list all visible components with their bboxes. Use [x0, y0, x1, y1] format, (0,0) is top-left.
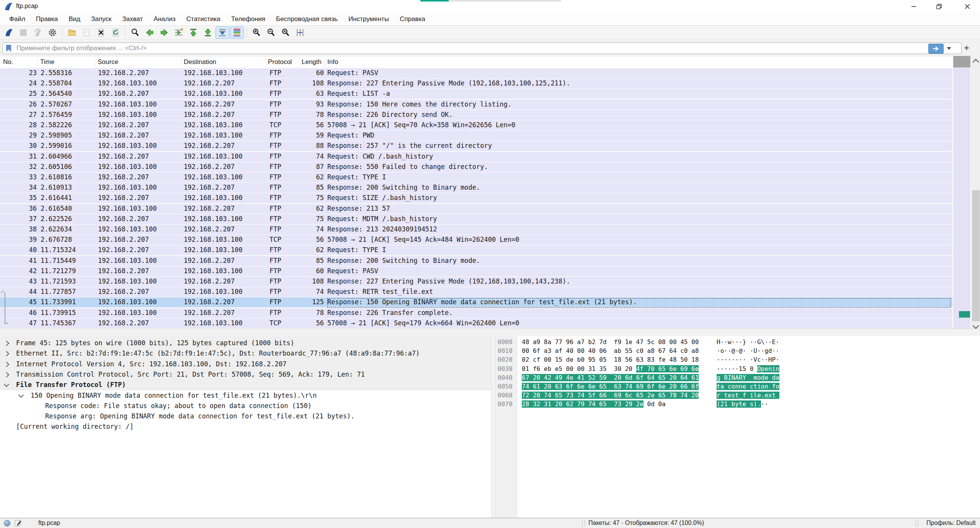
collapsed-chevron-icon[interactable] [4, 372, 9, 377]
expanded-chevron-icon[interactable] [18, 392, 24, 397]
hex-line-0000[interactable]: 000048 a9 8a 77 96 a7 b2 7d f9 1e 47 5c … [496, 338, 980, 347]
packet-row-38[interactable]: 382.622634192.168.103.100192.168.2.207FT… [0, 225, 952, 235]
detail-line-3[interactable]: Internet Protocol Version 4, Src: 192.16… [0, 359, 491, 370]
packet-row-32[interactable]: 322.605106192.168.103.100192.168.2.207FT… [0, 162, 952, 172]
packet-row-46[interactable]: 4611.739915192.168.103.100192.168.2.207F… [0, 308, 952, 318]
hex-line-0040[interactable]: 004067 20 42 49 4e 41 52 59 20 6d 6f 64 … [496, 374, 980, 383]
menu-item-1[interactable]: Файл [4, 14, 31, 25]
go-forward-button[interactable] [157, 26, 171, 39]
packet-row-40[interactable]: 4011.715324192.168.2.207192.168.103.100F… [0, 245, 952, 256]
add-filter-button[interactable]: + [964, 43, 969, 53]
packet-row-33[interactable]: 332.610816192.168.2.207192.168.103.100FT… [0, 172, 952, 183]
go-last-button[interactable] [201, 26, 215, 39]
packet-row-39[interactable]: 392.676728192.168.2.207192.168.103.100TC… [0, 235, 952, 245]
resize-columns-button[interactable] [293, 26, 307, 39]
packet-row-23[interactable]: 232.558316192.168.2.207192.168.103.100FT… [0, 68, 952, 79]
packet-row-27[interactable]: 272.576459192.168.103.100192.168.2.207FT… [0, 110, 952, 120]
apply-filter-button[interactable] [928, 44, 944, 54]
packet-row-44[interactable]: 4411.727857192.168.2.207192.168.103.100F… [0, 287, 952, 297]
collapsed-chevron-icon[interactable] [4, 351, 9, 356]
column-header-protocol[interactable]: Protocol [268, 58, 292, 66]
menu-item-9[interactable]: Беспроводная связь [271, 14, 343, 25]
column-header-length[interactable]: Length [302, 58, 322, 66]
stop-capture-button[interactable] [16, 26, 30, 39]
detail-line-4[interactable]: Transmission Control Protocol, Src Port:… [0, 370, 491, 380]
column-header-no[interactable]: No. [3, 58, 13, 66]
detail-line-8[interactable]: Response arg: Opening BINARY mode data c… [0, 412, 491, 422]
packet-list-scrollbar[interactable] [971, 57, 980, 329]
menu-item-7[interactable]: Статистика [181, 14, 226, 25]
menu-item-2[interactable]: Правка [31, 14, 63, 25]
menu-item-6[interactable]: Анализ [148, 14, 181, 25]
minimize-button[interactable] [903, 0, 925, 13]
column-header-info[interactable]: Info [327, 58, 338, 66]
capture-options-button[interactable] [46, 26, 59, 39]
column-header-source[interactable]: Source [98, 58, 118, 66]
auto-scroll-button[interactable] [216, 26, 229, 39]
display-filter-input[interactable]: Примените фильтр отображения ... <Ctrl-/… [2, 43, 962, 54]
capture-comment-icon[interactable] [15, 520, 22, 527]
vertical-splitter[interactable] [491, 336, 496, 518]
column-separator[interactable] [325, 58, 325, 67]
scrollbar-thumb[interactable] [972, 190, 980, 321]
find-packet-button[interactable] [128, 26, 142, 39]
detail-line-5[interactable]: File Transfer Protocol (FTP) [0, 380, 491, 390]
zoom-in-button[interactable] [250, 26, 263, 39]
restore-button[interactable] [928, 0, 950, 13]
packet-row-25[interactable]: 252.564540192.168.2.207192.168.103.100FT… [0, 89, 952, 99]
close-file-button[interactable] [94, 26, 108, 39]
packet-row-26[interactable]: 262.570267192.168.103.100192.168.2.207FT… [0, 100, 952, 110]
open-file-button[interactable] [65, 26, 79, 39]
hex-line-0060[interactable]: 006072 20 74 65 73 74 5f 66 69 6c 65 2e … [496, 392, 980, 400]
detail-line-9[interactable]: [Current working directory: /] [0, 422, 491, 432]
filter-dropdown-chevron-icon[interactable] [947, 47, 951, 50]
packet-row-42[interactable]: 4211.721279192.168.2.207192.168.103.100F… [0, 266, 952, 277]
hex-line-0070[interactable]: 007028 32 31 20 62 79 74 65 73 29 2e 0d … [496, 400, 980, 409]
go-first-button[interactable] [186, 26, 200, 39]
menu-item-4[interactable]: Запуск [86, 14, 117, 25]
column-header-time[interactable]: Time [40, 58, 54, 66]
hex-line-0020[interactable]: 002002 cf 00 15 de b0 95 05 18 56 63 83 … [496, 356, 980, 365]
status-profile[interactable]: Профиль: Default [926, 520, 976, 526]
collapsed-chevron-icon[interactable] [4, 341, 9, 346]
detail-line-1[interactable]: Frame 45: 125 bytes on wire (1000 bits),… [0, 338, 491, 349]
column-separator[interactable] [266, 58, 266, 67]
column-separator[interactable] [181, 58, 181, 67]
detail-line-6[interactable]: 150 Opening BINARY mode data connection … [0, 391, 491, 401]
save-file-button[interactable] [80, 26, 93, 39]
packet-row-36[interactable]: 362.616540192.168.103.100192.168.2.207FT… [0, 204, 952, 214]
zoom-original-button[interactable] [279, 26, 292, 39]
packet-row-31[interactable]: 312.604966192.168.2.207192.168.103.100FT… [0, 152, 952, 162]
filter-bookmark-icon[interactable] [6, 45, 11, 52]
menu-item-8[interactable]: Телефония [226, 14, 271, 25]
scrollbar-minimap[interactable] [953, 67, 970, 329]
packet-row-30[interactable]: 302.599016192.168.103.100192.168.2.207FT… [0, 141, 952, 151]
packet-row-34[interactable]: 342.610913192.168.103.100192.168.2.207FT… [0, 183, 952, 193]
collapsed-chevron-icon[interactable] [4, 362, 9, 367]
packet-row-37[interactable]: 372.622526192.168.2.207192.168.103.100FT… [0, 214, 952, 225]
packet-row-28[interactable]: 282.582226192.168.2.207192.168.103.100TC… [0, 120, 952, 131]
hex-line-0010[interactable]: 001000 6f a3 af 40 00 40 06 ab 55 c0 a8 … [496, 347, 980, 356]
reload-file-button[interactable] [109, 26, 122, 39]
go-to-packet-button[interactable] [172, 26, 186, 39]
packet-row-45[interactable]: 4511.733991192.168.103.100192.168.2.207F… [0, 297, 952, 308]
column-separator[interactable] [38, 58, 38, 67]
packet-row-43[interactable]: 4311.721593192.168.103.100192.168.2.207F… [0, 277, 952, 287]
column-header-destination[interactable]: Destination [184, 58, 216, 66]
menu-item-5[interactable]: Захват [117, 14, 148, 25]
menu-item-10[interactable]: Инструменты [343, 14, 394, 25]
hex-line-0030[interactable]: 003001 f6 eb e5 00 00 31 35 30 20 4f 70 … [496, 365, 980, 374]
detail-line-7[interactable]: Response code: File status okay; about t… [0, 401, 491, 412]
go-back-button[interactable] [143, 26, 157, 39]
restart-capture-button[interactable] [31, 26, 45, 39]
column-separator[interactable] [95, 58, 95, 67]
packet-row-41[interactable]: 4111.715449192.168.103.100192.168.2.207F… [0, 256, 952, 266]
scroll-down-icon[interactable] [973, 323, 979, 329]
scroll-up-icon[interactable] [973, 59, 979, 66]
start-capture-button[interactable] [2, 26, 16, 39]
menu-item-11[interactable]: Справка [394, 14, 431, 25]
column-separator[interactable] [300, 58, 300, 67]
colorize-button[interactable] [230, 26, 244, 39]
hex-line-0050[interactable]: 005074 61 20 63 6f 6e 6e 65 63 74 69 6f … [496, 383, 980, 392]
detail-line-2[interactable]: Ethernet II, Src: b2:7d:f9:1e:47:5c (b2:… [0, 349, 491, 359]
